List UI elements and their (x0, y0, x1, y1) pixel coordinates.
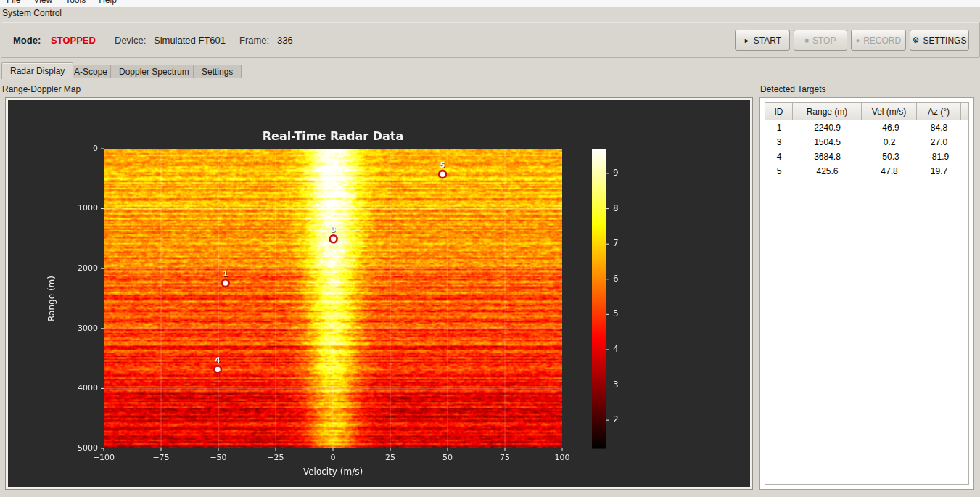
play-icon: ► (744, 37, 750, 44)
table-row[interactable]: 1 2240.9 -46.9 84.8 (765, 120, 968, 135)
header-filler (961, 103, 968, 120)
menu-bar: File View Tools Help (0, 0, 980, 7)
detected-targets-label: Detected Targets (760, 84, 826, 94)
header-vel[interactable]: Vel (m/s) (862, 103, 917, 120)
stop-button[interactable]: ■ STOP (794, 30, 847, 51)
targets-table: ID Range (m) Vel (m/s) Az (°) 1 2240.9 -… (765, 102, 969, 485)
gear-icon: ⚙ (913, 36, 920, 45)
table-row[interactable]: 5 425.6 47.8 19.7 (765, 164, 968, 178)
start-button[interactable]: ► START (735, 30, 790, 51)
table-row[interactable]: 4 3684.8 -50.3 -81.9 (765, 149, 968, 164)
tab-radar-display[interactable]: Radar Display (1, 62, 73, 79)
device-label: Device: (115, 35, 146, 46)
tab-doppler-spectrum[interactable]: Doppler Spectrum (110, 65, 198, 78)
device-value: Simulated FT601 (154, 35, 226, 46)
stop-icon: ■ (805, 37, 809, 44)
header-id[interactable]: ID (765, 103, 793, 120)
record-icon: ● (856, 37, 860, 44)
menu-help[interactable]: Help (92, 0, 123, 5)
range-doppler-map-panel (5, 97, 753, 490)
table-row[interactable]: 3 1504.5 0.2 27.0 (765, 135, 968, 149)
menu-view[interactable]: View (27, 0, 59, 5)
settings-button[interactable]: ⚙ SETTINGS (910, 30, 969, 51)
range-doppler-map-label: Range-Doppler Map (2, 84, 81, 94)
menu-file[interactable]: File (0, 0, 27, 5)
frame-counter-value: 336 (277, 35, 293, 46)
mode-status-value: STOPPED (51, 35, 96, 46)
menu-tools[interactable]: Tools (59, 0, 92, 5)
targets-table-header: ID Range (m) Vel (m/s) Az (°) (765, 103, 968, 120)
header-range[interactable]: Range (m) (793, 103, 862, 120)
range-doppler-heatmap-canvas (8, 100, 750, 487)
system-control-group-label: System Control (2, 8, 62, 18)
tab-settings[interactable]: Settings (193, 65, 242, 78)
mode-label: Mode: (13, 35, 41, 46)
header-az[interactable]: Az (°) (917, 103, 961, 120)
record-button[interactable]: ● RECORD (851, 30, 906, 51)
frame-label: Frame: (239, 35, 269, 46)
detected-targets-panel: ID Range (m) Vel (m/s) Az (°) 1 2240.9 -… (759, 97, 974, 490)
